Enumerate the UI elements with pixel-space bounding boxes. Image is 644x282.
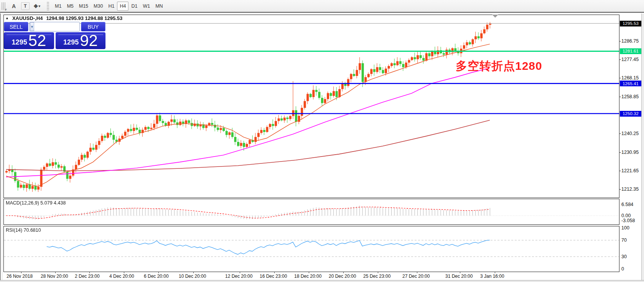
price-axis: 1286.751277.451268.151258.851240.251230.…	[619, 13, 642, 282]
time-tick-label: 28 Nov 20:00	[41, 274, 68, 279]
time-tick-dash	[378, 272, 378, 273]
price-tick-dash	[619, 97, 621, 97]
price-tick-label: 1277.45	[621, 57, 639, 62]
sell-price-divider	[7, 35, 52, 35]
macd-canvas[interactable]	[4, 199, 619, 224]
buy-price-base: 1295	[63, 38, 79, 46]
time-tick-dash	[343, 272, 344, 273]
timeframe-button-w1[interactable]: W1	[140, 2, 153, 11]
time-tick-label: 3 Jan 16:00	[480, 274, 504, 279]
time-tick-label: 2 Dec 23:00	[75, 274, 100, 279]
timeframe-button-group: M1M5M15M30H1H4D1W1MN	[52, 2, 166, 11]
price-tick-label: 1258.85	[621, 94, 639, 99]
time-tick-label: 25 Dec 23:00	[363, 274, 390, 279]
price-tick-label: 1221.65	[621, 168, 639, 173]
volume-input[interactable]	[34, 22, 80, 31]
buy-price-divider	[58, 35, 103, 35]
time-tick-label: 16 Dec 23:00	[260, 274, 287, 279]
time-tick-dash	[193, 272, 194, 273]
time-tick-label: 20 Dec 20:00	[329, 274, 356, 279]
time-tick-dash	[158, 272, 159, 273]
buy-price-button[interactable]: 1295 92	[56, 32, 105, 49]
macd-label: MACD(12,26,9) 5.079 4.438	[6, 200, 66, 206]
time-tick-dash	[309, 272, 309, 273]
time-tick-dash	[274, 272, 275, 273]
price-tick-dash	[619, 134, 621, 134]
shapes-glyph: ❖	[33, 3, 38, 9]
price-tick-label: 1230.95	[621, 150, 639, 155]
shapes-icon[interactable]: ❖▾	[32, 2, 42, 11]
time-tick-label: 10 Dec 20:00	[179, 274, 206, 279]
price-tick-dash	[619, 171, 621, 171]
volume-spinner: ▼ ▲	[30, 22, 80, 31]
rsi-axis-label: 100	[621, 225, 629, 231]
sell-price-pips: 52	[28, 33, 46, 48]
time-tick-dash	[124, 272, 124, 273]
macd-panel: MACD(12,26,9) 5.079 4.438	[3, 199, 619, 225]
rsi-axis-label: 70	[621, 237, 627, 243]
time-tick-label: 31 Dec 20:00	[445, 274, 473, 279]
rsi-label: RSI(14) 70.6810	[6, 228, 41, 233]
rsi-axis-label: 0	[621, 266, 624, 272]
price-badge-current-price: 1295.53	[620, 21, 641, 26]
volume-decrease-button[interactable]: ▼	[30, 22, 34, 31]
macd-axis-label: -3.058	[621, 218, 635, 223]
sell-price-button[interactable]: 1295 52	[4, 32, 54, 49]
price-tick-dash	[619, 189, 621, 190]
price-tick-dash	[619, 78, 621, 78]
time-tick-label: 12 Dec 20:00	[225, 274, 252, 279]
right-scrollbar[interactable]	[641, 13, 644, 282]
buy-button[interactable]: BUY	[81, 22, 105, 31]
timeframe-button-m15[interactable]: M15	[76, 2, 91, 11]
rsi-axis-label: 30	[621, 254, 627, 259]
time-tick-dash	[21, 272, 21, 273]
window-left-border-inner	[2, 13, 2, 282]
autoscroll-marker-icon[interactable]	[492, 15, 498, 18]
price-tick-label: 1240.25	[621, 131, 639, 136]
time-tick-label: 18 Dec 20:00	[294, 274, 321, 279]
time-tick-label: 27 Dec 20:00	[402, 274, 430, 279]
time-tick-dash	[240, 272, 240, 273]
price-badge-green-level: 1281.61	[620, 48, 641, 54]
macd-axis-label: 0.00	[621, 213, 631, 218]
price-tick-label: 1268.15	[621, 75, 639, 81]
price-badge-blue-level-1: 1265.41	[620, 81, 641, 86]
time-axis: 26 Nov 201828 Nov 20:002 Dec 23:004 Dec …	[3, 272, 619, 280]
text-box-icon[interactable]: T	[21, 2, 30, 10]
top-toolbar: F A T ❖▾ M1M5M15M30H1H4D1W1MN	[0, 0, 644, 13]
time-tick-dash	[495, 272, 495, 273]
sell-price-base: 1295	[12, 38, 27, 46]
macd-axis-label: 6.584	[621, 202, 633, 207]
time-tick-dash	[55, 272, 56, 273]
collapse-triangle-icon[interactable]: ▲	[5, 16, 9, 20]
text-label-icon[interactable]: A	[9, 2, 19, 11]
price-tick-dash	[619, 59, 621, 60]
chart-text-annotation[interactable]: 多空转折点1280	[456, 58, 542, 74]
indicator-grid-icon[interactable]: F	[2, 2, 5, 10]
time-tick-label: 26 Nov 2018	[7, 274, 33, 279]
one-click-trading-panel: SELL ▼ ▲ BUY 1295 52 1295 92	[4, 22, 105, 49]
time-tick-dash	[460, 272, 460, 273]
timeframe-button-h1[interactable]: H1	[105, 2, 117, 11]
ohlc-values: 1294.98 1295.93 1294.88 1295.53	[46, 15, 122, 21]
timeframe-button-m30[interactable]: M30	[91, 2, 105, 11]
time-tick-dash	[89, 272, 90, 273]
price-tick-label: 1212.35	[621, 186, 639, 192]
time-tick-label: 6 Dec 20:00	[144, 274, 169, 279]
timeframe-button-h4[interactable]: H4	[117, 2, 128, 11]
rsi-panel: RSI(14) 70.6810	[3, 226, 619, 272]
window-left-border	[0, 13, 1, 282]
price-tick-label: 1286.75	[621, 38, 639, 44]
timeframe-button-m5[interactable]: M5	[64, 2, 76, 11]
timeframe-button-m1[interactable]: M1	[52, 2, 64, 11]
price-tick-dash	[619, 152, 621, 153]
price-badge-blue-level-2: 1250.32	[620, 111, 641, 117]
rsi-canvas[interactable]	[4, 226, 619, 272]
chart-title: ▲ XAUUSD-,H4 1294.98 1295.93 1294.88 129…	[5, 15, 122, 21]
sell-button[interactable]: SELL	[4, 22, 28, 31]
timeframe-button-d1[interactable]: D1	[128, 2, 140, 11]
toolbar-separator	[47, 2, 49, 10]
chevron-down-icon: ▾	[39, 4, 41, 8]
price-tick-dash	[619, 41, 621, 41]
timeframe-button-mn[interactable]: MN	[153, 2, 165, 11]
